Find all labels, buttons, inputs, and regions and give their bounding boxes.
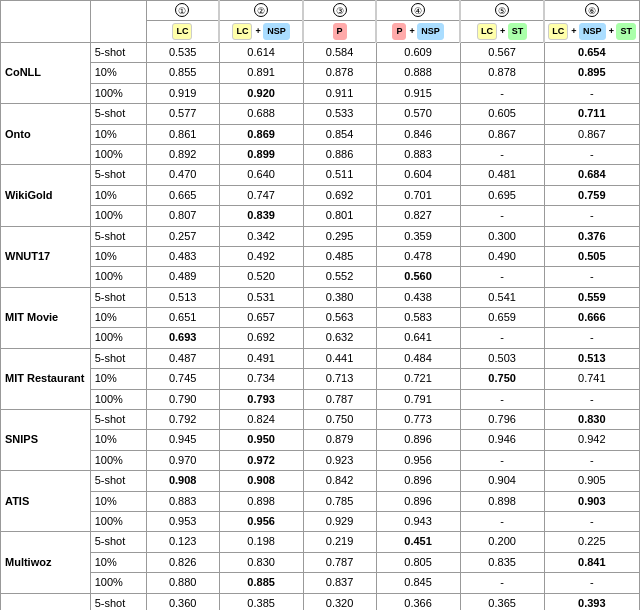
value-cell: 0.956 bbox=[376, 450, 460, 470]
value-cell: 0.970 bbox=[146, 450, 219, 470]
value-cell: 0.577 bbox=[146, 104, 219, 124]
value-cell: 0.478 bbox=[376, 246, 460, 266]
dataset-cell: ATIS bbox=[1, 471, 91, 532]
value-cell: 0.123 bbox=[146, 532, 219, 552]
value-cell: 0.380 bbox=[303, 287, 376, 307]
value-cell: 0.441 bbox=[303, 348, 376, 368]
value-cell: 0.713 bbox=[303, 369, 376, 389]
value-cell: 0.487 bbox=[146, 348, 219, 368]
value-cell: 0.470 bbox=[146, 165, 219, 185]
col5-subheader: LC + ST bbox=[460, 21, 544, 43]
value-cell: 0.640 bbox=[219, 165, 303, 185]
value-cell: 0.533 bbox=[303, 104, 376, 124]
value-cell: 0.915 bbox=[376, 83, 460, 103]
value-cell: 0.567 bbox=[460, 42, 544, 62]
value-cell: 0.531 bbox=[219, 287, 303, 307]
value-cell: 0.898 bbox=[219, 491, 303, 511]
value-cell: 0.393 bbox=[544, 593, 639, 610]
value-cell: 0.492 bbox=[219, 246, 303, 266]
settings-header bbox=[90, 1, 146, 43]
dataset-cell: WNUT17 bbox=[1, 226, 91, 287]
value-cell: 0.792 bbox=[146, 410, 219, 430]
column-header-row: ① ② ③ ④ ⑤ ⑥ bbox=[1, 1, 640, 21]
value-cell: 0.511 bbox=[303, 165, 376, 185]
setting-cell: 10% bbox=[90, 63, 146, 83]
setting-cell: 5-shot bbox=[90, 287, 146, 307]
value-cell: 0.793 bbox=[219, 389, 303, 409]
value-cell: 0.773 bbox=[376, 410, 460, 430]
value-cell: 0.883 bbox=[376, 144, 460, 164]
setting-cell: 5-shot bbox=[90, 532, 146, 552]
value-cell: - bbox=[544, 511, 639, 531]
value-cell: 0.503 bbox=[460, 348, 544, 368]
st-tag-6: ST bbox=[616, 23, 636, 40]
value-cell: - bbox=[460, 573, 544, 593]
value-cell: 0.785 bbox=[303, 491, 376, 511]
value-cell: 0.552 bbox=[303, 267, 376, 287]
value-cell: 0.861 bbox=[146, 124, 219, 144]
value-cell: 0.886 bbox=[303, 144, 376, 164]
value-cell: 0.807 bbox=[146, 206, 219, 226]
setting-cell: 100% bbox=[90, 328, 146, 348]
col4-circle: ④ bbox=[411, 3, 425, 17]
value-cell: 0.891 bbox=[219, 63, 303, 83]
value-cell: 0.570 bbox=[376, 104, 460, 124]
setting-cell: 5-shot bbox=[90, 42, 146, 62]
lc-tag-5: LC bbox=[477, 23, 497, 40]
col6-circle: ⑥ bbox=[585, 3, 599, 17]
dataset-cell: MIT Movie bbox=[1, 287, 91, 348]
value-cell: 0.929 bbox=[303, 511, 376, 531]
setting-cell: 100% bbox=[90, 206, 146, 226]
value-cell: - bbox=[460, 83, 544, 103]
value-cell: 0.366 bbox=[376, 593, 460, 610]
value-cell: 0.605 bbox=[460, 104, 544, 124]
value-cell: 0.846 bbox=[376, 124, 460, 144]
value-cell: 0.842 bbox=[303, 471, 376, 491]
col3-circle: ③ bbox=[333, 3, 347, 17]
value-cell: - bbox=[544, 573, 639, 593]
value-cell: 0.666 bbox=[544, 308, 639, 328]
plus-2: + bbox=[256, 26, 264, 36]
value-cell: - bbox=[544, 83, 639, 103]
value-cell: 0.923 bbox=[303, 450, 376, 470]
value-cell: 0.520 bbox=[219, 267, 303, 287]
col4-subheader: P + NSP bbox=[376, 21, 460, 43]
col5-header: ⑤ bbox=[460, 1, 544, 21]
value-cell: 0.867 bbox=[544, 124, 639, 144]
col3-subheader: P bbox=[303, 21, 376, 43]
value-cell: 0.895 bbox=[544, 63, 639, 83]
value-cell: 0.481 bbox=[460, 165, 544, 185]
value-cell: 0.908 bbox=[219, 471, 303, 491]
value-cell: 0.880 bbox=[146, 573, 219, 593]
value-cell: 0.198 bbox=[219, 532, 303, 552]
col6-header: ⑥ bbox=[544, 1, 639, 21]
value-cell: 0.257 bbox=[146, 226, 219, 246]
value-cell: 0.911 bbox=[303, 83, 376, 103]
value-cell: 0.295 bbox=[303, 226, 376, 246]
value-cell: 0.701 bbox=[376, 185, 460, 205]
value-cell: - bbox=[544, 450, 639, 470]
dataset-cell: MIT Restaurant bbox=[1, 348, 91, 409]
value-cell: 0.905 bbox=[544, 471, 639, 491]
value-cell: 0.659 bbox=[460, 308, 544, 328]
value-cell: 0.953 bbox=[146, 511, 219, 531]
value-cell: 0.805 bbox=[376, 552, 460, 572]
value-cell: 0.614 bbox=[219, 42, 303, 62]
setting-cell: 10% bbox=[90, 246, 146, 266]
value-cell: 0.584 bbox=[303, 42, 376, 62]
value-cell: 0.559 bbox=[544, 287, 639, 307]
col2-header: ② bbox=[219, 1, 303, 21]
value-cell: 0.888 bbox=[376, 63, 460, 83]
setting-cell: 100% bbox=[90, 511, 146, 531]
value-cell: 0.942 bbox=[544, 430, 639, 450]
setting-cell: 5-shot bbox=[90, 410, 146, 430]
value-cell: 0.837 bbox=[303, 573, 376, 593]
setting-cell: 100% bbox=[90, 450, 146, 470]
value-cell: 0.796 bbox=[460, 410, 544, 430]
value-cell: 0.632 bbox=[303, 328, 376, 348]
setting-cell: 10% bbox=[90, 185, 146, 205]
value-cell: 0.489 bbox=[146, 267, 219, 287]
setting-cell: 100% bbox=[90, 144, 146, 164]
value-cell: 0.695 bbox=[460, 185, 544, 205]
value-cell: 0.869 bbox=[219, 124, 303, 144]
